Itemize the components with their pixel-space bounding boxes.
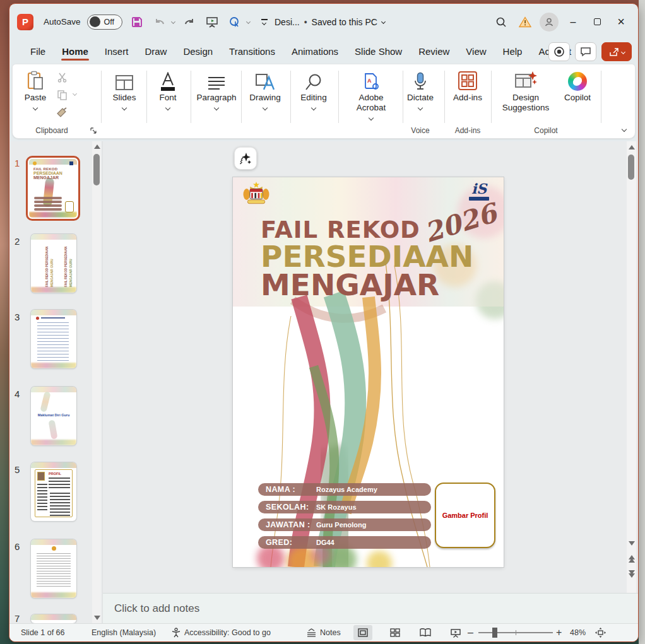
redo-icon [183, 16, 196, 28]
zoom-slider[interactable] [478, 632, 553, 633]
zoom-slider-thumb[interactable] [492, 628, 497, 638]
slides-button[interactable]: Slides [105, 68, 144, 110]
zoom-in-button[interactable]: + [556, 624, 562, 641]
thumbnail-scroll-down-button[interactable] [93, 616, 101, 620]
thumbnail-slide-3[interactable] [31, 310, 76, 368]
customize-quick-access-toolbar-button[interactable] [256, 14, 273, 30]
tab-draw[interactable]: Draw [138, 42, 174, 62]
drawing-button[interactable]: Drawing [245, 68, 285, 110]
thumbnail-slide-4[interactable]: Maklumat Diri Guru [31, 387, 76, 445]
save-button[interactable] [129, 14, 145, 30]
tab-review[interactable]: Review [411, 42, 456, 62]
font-button[interactable]: Font [149, 68, 187, 110]
tab-view[interactable]: View [459, 42, 493, 62]
thumbnail-slide-6[interactable] [31, 539, 76, 598]
normal-view-button[interactable] [353, 625, 372, 640]
thumbnail-number-3: 3 [15, 312, 20, 322]
copy-button[interactable] [54, 87, 69, 102]
touch-mode-dropdown-icon[interactable] [246, 20, 251, 24]
designer-suggestions-button[interactable] [234, 147, 257, 170]
notes-panel[interactable]: Click to add notes [103, 593, 638, 623]
reading-view-button[interactable] [416, 625, 435, 640]
format-painter-button[interactable] [54, 105, 69, 120]
thumbnail-scroll-up-button[interactable] [93, 144, 101, 149]
tab-animations[interactable]: Animations [285, 42, 345, 62]
fit-slide-to-window-button[interactable] [595, 624, 606, 641]
addins-group-label[interactable]: Add-ins [448, 126, 487, 135]
notes-toggle-button[interactable]: Notes [306, 624, 341, 641]
copy-dropdown-icon[interactable] [73, 91, 77, 96]
undo-dropdown-icon[interactable] [171, 20, 175, 24]
thumbnail-number-7: 7 [15, 613, 20, 624]
tab-help[interactable]: Help [496, 42, 530, 62]
redo-button[interactable] [181, 14, 198, 30]
slide-title[interactable]: FAIL REKOD 2026 PERSEDIAAN MENGAJAR [261, 218, 473, 300]
slideshow-view-button[interactable] [446, 625, 465, 640]
tab-home[interactable]: Home [55, 42, 95, 62]
tab-slide-show[interactable]: Slide Show [348, 42, 409, 62]
ribbon: Paste Clipboard Slid [9, 64, 638, 141]
language-indicator[interactable]: English (Malaysia) [92, 624, 156, 641]
editing-button[interactable]: Editing [294, 68, 333, 110]
title-dropdown-icon [381, 20, 386, 24]
copilot-group-label[interactable]: Copilot [505, 126, 587, 135]
tab-insert[interactable]: Insert [98, 42, 136, 62]
adobe-acrobat-button[interactable]: A Adobe Acrobat [343, 68, 399, 120]
undo-button[interactable] [151, 14, 168, 30]
slide-canvas[interactable]: iS FAIL REKOD 2026 PERSEDIAAN MENGAJAR N… [233, 177, 504, 567]
clipboard-dialog-launcher[interactable] [90, 127, 97, 134]
thumbnail-number-6: 6 [15, 541, 20, 552]
collapse-ribbon-button[interactable] [622, 124, 626, 133]
scroll-up-button[interactable] [628, 145, 636, 149]
cut-button[interactable] [54, 69, 69, 85]
dictate-button[interactable]: Dictate [400, 68, 441, 110]
thumbnail-scrollbar-thumb[interactable] [93, 154, 100, 185]
addins-button[interactable]: Add-ins [448, 68, 487, 103]
comments-button[interactable] [575, 42, 596, 61]
field-jawatan[interactable]: JAWATAN : Guru Penolong [258, 518, 431, 531]
touch-mode-button[interactable] [227, 14, 243, 30]
tab-file[interactable]: File [23, 42, 52, 62]
thumbnail-slide-1[interactable]: FAIL REKOD PERSEDIAAN MENGAJAR [26, 156, 80, 221]
alert-button[interactable] [514, 11, 536, 33]
thumbnail-slide-5[interactable]: PROFIL [31, 462, 76, 521]
minimize-button[interactable]: – [562, 11, 584, 33]
document-title[interactable]: Desi... • Saved to this PC [275, 4, 385, 40]
paragraph-button[interactable]: Paragraph [194, 68, 239, 110]
clipboard-group-label[interactable]: Clipboard [19, 126, 85, 135]
main-scrollbar-thumb[interactable] [628, 155, 634, 180]
start-slideshow-button[interactable] [204, 14, 220, 30]
slide-sorter-view-button[interactable] [386, 625, 405, 640]
thumbnail-scrollbar[interactable] [92, 141, 101, 623]
profile-photo-placeholder[interactable]: Gambar Profil [435, 483, 495, 548]
thumbnail-slide-7[interactable] [31, 614, 76, 623]
next-slide-button[interactable] [628, 570, 636, 578]
scroll-down-button[interactable] [628, 541, 636, 546]
scroll-up-icon [629, 145, 635, 149]
field-gred[interactable]: GRED: DG44 [258, 536, 431, 549]
field-nama[interactable]: NAMA : Rozayus Academy [258, 483, 431, 496]
field-sekolah[interactable]: SEKOLAH: SK Rozayus [258, 501, 431, 513]
main-scrollbar[interactable] [627, 141, 636, 593]
tab-transitions[interactable]: Transitions [222, 42, 282, 62]
maximize-button[interactable] [586, 11, 608, 33]
powerpoint-app-icon[interactable]: P [17, 14, 33, 30]
slide-indicator[interactable]: Slide 1 of 66 [21, 624, 65, 641]
tab-design[interactable]: Design [176, 42, 220, 62]
zoom-level[interactable]: 48% [570, 624, 586, 641]
autosave-toggle[interactable]: Off [87, 15, 122, 30]
paste-button[interactable]: Paste [19, 68, 52, 110]
copilot-button[interactable]: Copilot [559, 68, 596, 103]
design-suggestions-button[interactable]: Design Suggestions [495, 68, 557, 113]
thumbnail-slide-2[interactable]: FAIL REKOD PERSEDIAAN MENGAJAR GURU FAIL… [31, 234, 76, 293]
account-button[interactable] [538, 11, 560, 33]
voice-group-label[interactable]: Voice [400, 126, 441, 135]
record-button[interactable] [548, 42, 570, 61]
search-button[interactable] [490, 11, 512, 33]
share-button[interactable] [601, 42, 632, 61]
slide-thumbnail-panel: 1 FAIL REKOD PERSEDIAAN MENGAJAR [9, 141, 103, 623]
accessibility-checker[interactable]: Accessibility: Good to go [171, 624, 271, 641]
zoom-out-button[interactable]: – [468, 624, 473, 641]
close-button[interactable]: × [610, 11, 632, 33]
previous-slide-button[interactable] [628, 555, 636, 563]
